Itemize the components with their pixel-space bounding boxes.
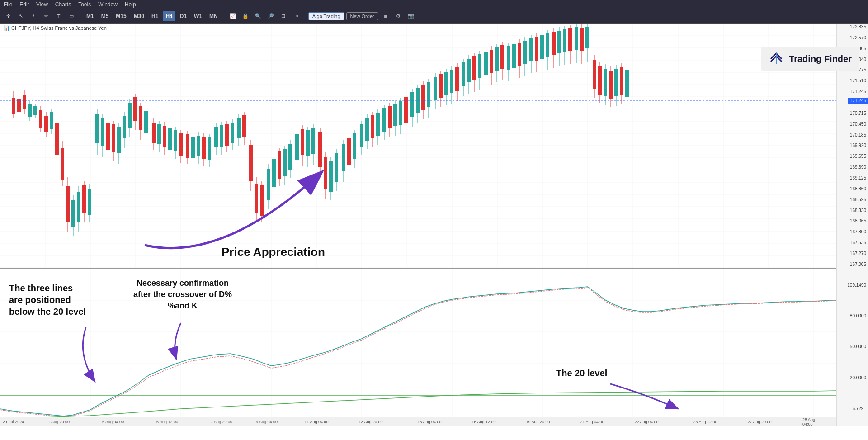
svg-rect-257	[625, 70, 629, 97]
svg-rect-177	[399, 101, 402, 125]
logo-area: Trading Finder	[761, 47, 859, 71]
menu-view[interactable]: View	[36, 1, 48, 8]
svg-rect-235	[563, 29, 566, 52]
tf-m5[interactable]: M5	[99, 11, 112, 21]
svg-rect-71	[95, 114, 99, 143]
svg-rect-237	[568, 28, 572, 51]
svg-rect-53	[44, 116, 48, 132]
tf-m30[interactable]: M30	[131, 11, 147, 21]
time-label-4: 7 Aug 20:00	[211, 420, 232, 424]
indicator-scale: 109.1490 80.0000 50.0000 20.0000 -6.7291	[836, 268, 868, 426]
price-167005: 167.005	[839, 262, 866, 267]
svg-rect-65	[77, 192, 80, 222]
bottom-price: -6.7291	[839, 406, 866, 411]
svg-rect-203	[472, 56, 476, 80]
new-order-label: New Order	[350, 14, 374, 19]
price-169920: 169.920	[839, 143, 866, 148]
algo-trading-btn[interactable]: Algo Trading	[308, 12, 344, 20]
svg-rect-225	[535, 37, 538, 61]
auto-scroll-btn[interactable]: ⇥	[291, 11, 302, 22]
current-price-badge: 171.245	[848, 98, 868, 104]
svg-rect-61	[66, 186, 70, 222]
time-label-8: 15 Aug 04:00	[417, 420, 441, 424]
grid-btn[interactable]: ⊞	[278, 11, 289, 22]
time-label-1: 1 Aug 20:00	[48, 420, 70, 424]
svg-rect-187	[427, 82, 430, 107]
time-label-14: 27 Aug 20:00	[747, 420, 771, 424]
indicators-btn[interactable]: 📈	[227, 11, 238, 22]
logo-icon	[768, 51, 784, 67]
svg-rect-193	[444, 72, 448, 95]
tf-m1[interactable]: M1	[84, 11, 97, 21]
svg-rect-221	[523, 41, 527, 64]
svg-rect-69	[88, 189, 91, 215]
svg-rect-241	[580, 28, 584, 51]
candlestick-area[interactable]: Price Appreciation	[0, 24, 836, 268]
svg-rect-231	[552, 32, 556, 55]
sep2	[224, 12, 224, 21]
chart-symbol-label: 📊 CHFJPY, H4 Swiss Franc vs Japanese Yen	[4, 25, 107, 31]
svg-rect-57	[55, 123, 59, 155]
zoom-in-btn[interactable]: 🔍	[253, 11, 264, 22]
price-167270: 167.270	[839, 251, 866, 256]
menu-help[interactable]: Help	[125, 1, 136, 8]
svg-rect-227	[540, 35, 544, 59]
menu-charts[interactable]: Charts	[55, 1, 71, 8]
price-168595: 168.595	[839, 197, 866, 202]
new-order-btn[interactable]: New Order	[346, 12, 378, 20]
price-168330: 168.330	[839, 208, 866, 213]
screenshot-btn[interactable]: 📷	[406, 11, 416, 22]
logo-brand: Trading Finder	[789, 54, 852, 64]
svg-rect-219	[518, 43, 521, 66]
svg-rect-185	[421, 85, 425, 110]
price-168860: 168.860	[839, 186, 866, 191]
menu-edit[interactable]: Edit	[19, 1, 29, 8]
crosshair-tool[interactable]: ✛	[3, 11, 14, 22]
tf-w1[interactable]: W1	[191, 11, 205, 21]
svg-rect-63	[71, 200, 75, 227]
price-167800: 167.800	[839, 229, 866, 234]
tf-mn[interactable]: MN	[207, 11, 221, 21]
menu-file[interactable]: File	[4, 1, 12, 8]
tf-h1[interactable]: H1	[149, 11, 161, 21]
svg-rect-249	[604, 69, 607, 96]
chart-settings[interactable]: ⚙	[393, 11, 404, 22]
time-label-10: 19 Aug 20:00	[526, 420, 550, 424]
svg-rect-245	[593, 60, 596, 89]
arrow-tool[interactable]: ↖	[15, 11, 26, 22]
menu-bar: File Edit View Charts Tools Window Help	[0, 0, 868, 9]
sep1	[80, 12, 80, 21]
svg-rect-239	[575, 27, 578, 50]
tf-m15[interactable]: M15	[113, 11, 129, 21]
tf-d1[interactable]: D1	[177, 11, 189, 21]
zoom-out-btn[interactable]: 🔎	[265, 11, 276, 22]
price-171510: 171.510	[839, 78, 866, 83]
svg-rect-81	[123, 116, 126, 138]
depth-of-market[interactable]: ≡	[380, 11, 391, 22]
text-tool[interactable]: T	[53, 11, 64, 22]
tf-h4[interactable]: H4	[163, 11, 175, 21]
svg-rect-59	[61, 148, 64, 180]
shapes-tool[interactable]: ▭	[66, 11, 77, 22]
svg-rect-215	[507, 46, 510, 70]
svg-rect-247	[598, 66, 602, 95]
svg-rect-49	[33, 106, 37, 115]
lock-btn[interactable]: 🔒	[240, 11, 251, 22]
price-172835: 172.835	[839, 24, 866, 29]
svg-rect-253	[614, 69, 618, 96]
svg-rect-195	[450, 70, 453, 93]
svg-rect-217	[512, 44, 516, 68]
line-tool[interactable]: /	[28, 11, 39, 22]
svg-rect-255	[620, 67, 623, 95]
time-label-0: 31 Jul 2024	[3, 420, 24, 424]
time-label-13: 23 Aug 12:00	[693, 420, 717, 424]
svg-rect-73	[101, 118, 104, 146]
time-label-2: 5 Aug 04:00	[102, 420, 124, 424]
time-axis: 31 Jul 2024 1 Aug 20:00 5 Aug 04:00 6 Au…	[0, 417, 836, 426]
menu-window[interactable]: Window	[98, 1, 118, 8]
pen-tool[interactable]: ✏	[41, 11, 52, 22]
menu-tools[interactable]: Tools	[78, 1, 91, 8]
indicator-area[interactable]: Comp.	[0, 268, 836, 426]
confirmation-annotation: Necessary confirmationafter the crossove…	[133, 278, 232, 312]
price-appreciation-label: Price Appreciation	[222, 245, 325, 259]
